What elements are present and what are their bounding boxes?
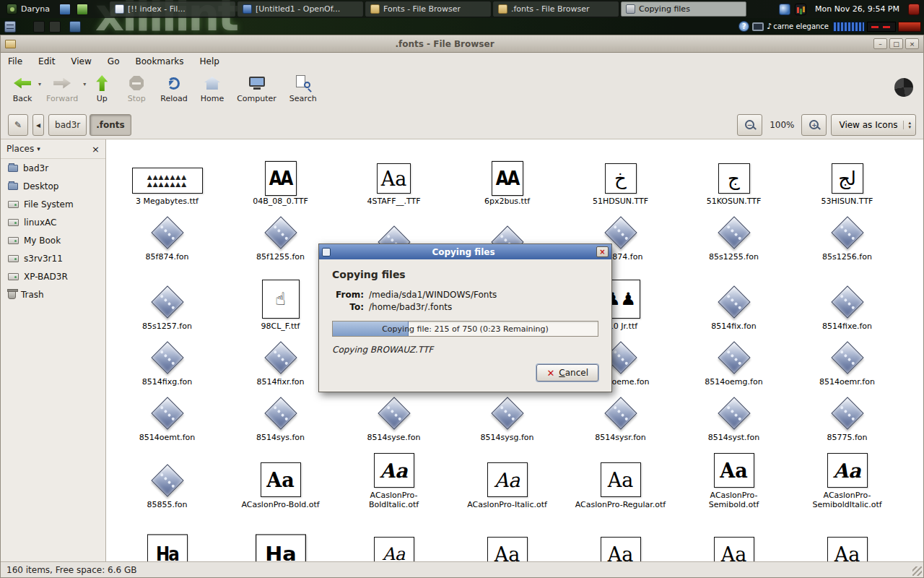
font-preview-icon: Aa bbox=[487, 462, 528, 497]
menu-go[interactable]: Go bbox=[108, 56, 120, 66]
places-title[interactable]: Places bbox=[6, 144, 34, 154]
taskbar-button[interactable]: Copying files bbox=[621, 1, 746, 17]
file-item[interactable]: 8514oemr.fon bbox=[790, 332, 904, 387]
display-icon[interactable] bbox=[752, 22, 764, 31]
red-tray-icon[interactable] bbox=[908, 4, 920, 15]
sidebar-item-my-book[interactable]: My Book bbox=[1, 231, 105, 249]
file-item[interactable]: AA6px2bus.ttf bbox=[450, 145, 564, 207]
file-item[interactable]: ج51KOSUN.TTF bbox=[677, 145, 790, 207]
app-launcher-icon[interactable] bbox=[49, 21, 61, 33]
maximize-button[interactable]: □ bbox=[889, 38, 903, 49]
menu-help[interactable]: Help bbox=[200, 56, 219, 66]
file-item[interactable]: AaACaslonPro-Regular.otf bbox=[564, 443, 677, 510]
file-item[interactable]: خ51HDSUN.TTF bbox=[564, 145, 677, 207]
breadcrumb-fonts[interactable]: .fonts bbox=[90, 114, 131, 136]
file-item[interactable]: 85s1257.fon bbox=[110, 262, 224, 332]
app-launcher-icon[interactable] bbox=[69, 21, 81, 33]
edit-location-button[interactable]: ✎ bbox=[8, 114, 28, 136]
taskbar-button[interactable]: Fonts - File Browser bbox=[365, 1, 491, 17]
cancel-button[interactable]: ✕ Cancel bbox=[536, 364, 598, 381]
file-item[interactable]: 85s1256.fon bbox=[790, 207, 904, 262]
view-mode-dropdown[interactable]: View as Icons ▴▾ bbox=[831, 114, 916, 136]
dialog-titlebar[interactable]: Copying files × bbox=[319, 244, 611, 259]
file-item[interactable]: 8514fixe.fon bbox=[790, 262, 904, 332]
back-button[interactable]: Back▾ bbox=[5, 72, 40, 103]
reload-button[interactable]: Reload bbox=[154, 72, 193, 103]
file-label: 8514sysg.fon bbox=[480, 433, 533, 442]
menu-view[interactable]: View bbox=[71, 56, 91, 66]
places-caret-icon[interactable]: ▾ bbox=[37, 145, 40, 152]
file-item[interactable]: Ha bbox=[224, 510, 337, 561]
dialog-title: Copying files bbox=[331, 247, 596, 257]
sidebar-item-bad3r[interactable]: bad3r bbox=[1, 159, 105, 177]
zoom-in-button[interactable]: + bbox=[801, 114, 827, 136]
sidebar-close-icon[interactable]: × bbox=[92, 144, 100, 155]
file-cabinet-icon[interactable] bbox=[4, 21, 16, 33]
file-item[interactable]: 8514fixg.fon bbox=[110, 332, 224, 387]
up-button[interactable]: Up bbox=[84, 72, 119, 103]
app-launcher-icon[interactable] bbox=[33, 21, 45, 33]
mint-menu-button[interactable]: Daryna bbox=[0, 0, 56, 18]
taskbar-button[interactable]: [!! index - Fil... bbox=[110, 1, 235, 17]
file-item[interactable]: Aa bbox=[564, 510, 677, 561]
menu-edit[interactable]: Edit bbox=[38, 56, 55, 66]
sidebar-item-desktop[interactable]: Desktop bbox=[1, 177, 105, 195]
clock[interactable]: Mon Nov 26, 9:54 PM bbox=[811, 4, 904, 14]
monitor-tray-icon[interactable] bbox=[795, 4, 806, 15]
file-item[interactable]: AaACaslonPro-BoldItalic.otf bbox=[337, 443, 450, 510]
taskbar-button[interactable]: [Untitled1 - OpenOf... bbox=[237, 1, 363, 17]
file-item[interactable]: AaACaslonPro-Italic.otf bbox=[450, 443, 564, 510]
file-item[interactable]: 8514oemg.fon bbox=[677, 332, 790, 387]
file-item[interactable]: 8514sys.fon bbox=[224, 387, 337, 443]
scroll-crumbs-left-button[interactable]: ◂ bbox=[32, 114, 44, 136]
file-item[interactable]: لج53HISUN.TTF bbox=[790, 145, 904, 207]
sidebar-item-trash[interactable]: Trash bbox=[1, 285, 105, 303]
computer-button[interactable]: Computer bbox=[230, 72, 283, 103]
file-item[interactable]: Aa bbox=[450, 510, 564, 561]
file-item[interactable]: 85f874.fon bbox=[110, 207, 224, 262]
file-item[interactable]: 8514sysr.fon bbox=[564, 387, 677, 443]
taskbar-button[interactable]: .fonts - File Browser bbox=[493, 1, 619, 17]
launcher-blue-icon[interactable] bbox=[59, 4, 71, 15]
fon-file-icon bbox=[263, 397, 299, 430]
launcher-green-icon[interactable] bbox=[77, 4, 88, 15]
file-item[interactable]: 8514syst.fon bbox=[677, 387, 790, 443]
file-item[interactable]: AaACaslonPro-Bold.otf bbox=[224, 443, 337, 510]
sidebar-item-linuxac[interactable]: linuxAC bbox=[1, 213, 105, 231]
file-item[interactable]: Aa bbox=[790, 510, 904, 561]
zoom-out-button[interactable]: − bbox=[737, 114, 762, 136]
window-titlebar[interactable]: .fonts - File Browser – □ × bbox=[1, 35, 923, 53]
file-item[interactable]: Aa bbox=[677, 510, 790, 561]
file-item[interactable]: ▲▲▲▲▲▲▲▲▲▲▲▲▲▲3 Megabytes.ttf bbox=[110, 145, 224, 207]
search-button[interactable]: Search bbox=[283, 72, 323, 103]
sidebar-item-s3rv3r11[interactable]: s3rv3r11 bbox=[1, 249, 105, 267]
drive-icon bbox=[8, 255, 19, 262]
home-button[interactable]: Home bbox=[194, 72, 230, 103]
file-item[interactable]: 8514fix.fon bbox=[677, 262, 790, 332]
font-preview-icon: Aa bbox=[714, 537, 754, 561]
sidebar-item-file-system[interactable]: File System bbox=[1, 195, 105, 213]
file-item[interactable]: Aa bbox=[337, 510, 450, 561]
file-item[interactable]: 8514syse.fon bbox=[337, 387, 450, 443]
fon-file-icon bbox=[829, 341, 866, 374]
file-item[interactable]: AaACaslonPro-Semibold.otf bbox=[677, 443, 790, 510]
file-item[interactable]: 8514oemt.fon bbox=[110, 387, 224, 443]
menu-bookmarks[interactable]: Bookmarks bbox=[135, 56, 183, 66]
breadcrumb-bad3r[interactable]: bad3r bbox=[48, 114, 87, 136]
drive-icon bbox=[8, 273, 19, 280]
menu-file[interactable]: File bbox=[8, 56, 22, 66]
file-item[interactable]: 85855.fon bbox=[110, 443, 224, 510]
file-item[interactable]: Ha bbox=[110, 510, 224, 561]
file-item[interactable]: 85775.fon bbox=[790, 387, 904, 443]
file-item[interactable]: 85s1255.fon bbox=[677, 207, 790, 262]
dialog-close-button[interactable]: × bbox=[596, 246, 609, 257]
minimize-button[interactable]: – bbox=[873, 38, 887, 49]
help-icon[interactable]: ? bbox=[738, 21, 749, 32]
file-item[interactable]: 8514sysg.fon bbox=[450, 387, 564, 443]
file-item[interactable]: Aa4STAFF__.TTF bbox=[337, 145, 450, 207]
file-item[interactable]: AA04B_08_0.TTF bbox=[224, 145, 337, 207]
file-item[interactable]: AaACaslonPro-SemiboldItalic.otf bbox=[790, 443, 904, 510]
close-button[interactable]: × bbox=[905, 38, 919, 49]
sidebar-item-xp-bad3r[interactable]: XP-BAD3R bbox=[1, 267, 105, 285]
network-tray-icon[interactable] bbox=[779, 4, 790, 15]
